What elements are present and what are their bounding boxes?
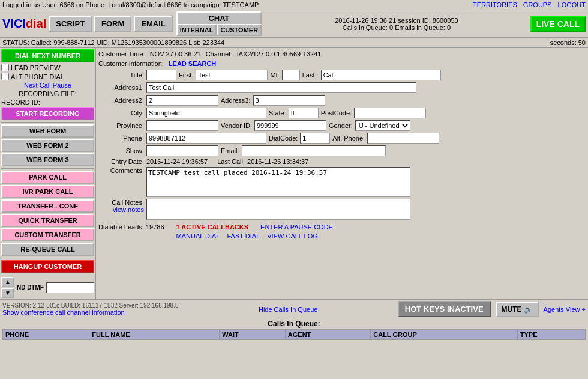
quick-transfer-button[interactable]: QUICK TRANSFER	[1, 214, 94, 227]
view-call-log-link[interactable]: VIEW CALL LOG	[267, 232, 318, 240]
phone-input[interactable]	[146, 133, 266, 144]
address2-input[interactable]	[146, 95, 218, 106]
title-input[interactable]	[146, 70, 176, 80]
alt-phone-field-label: Alt. Phone:	[332, 135, 365, 142]
seconds-display: seconds: 50	[550, 39, 586, 46]
col-wait: WAIT	[220, 330, 285, 340]
hangup-button[interactable]: HANGUP CUSTOMER	[1, 260, 94, 273]
web-form3-button[interactable]: WEB FORM 3	[1, 153, 94, 166]
phone-label: Phone:	[98, 135, 146, 142]
address1-row: Address1:	[98, 82, 586, 93]
phone-row: Phone: DialCode: Alt. Phone:	[98, 133, 586, 144]
bottom-row: VERSION: 2.12-501c BUILD: 161117-1532 Se…	[2, 301, 586, 317]
mute-label: MUTE	[502, 305, 522, 314]
address1-input[interactable]	[146, 82, 416, 93]
next-call-pause-link[interactable]: Next Call Pause	[1, 82, 94, 89]
lead-preview-label: LEAD PREVIEW	[11, 64, 61, 71]
lead-preview-checkbox[interactable]	[1, 64, 9, 71]
city-input[interactable]	[146, 108, 266, 118]
postcode-label: PostCode:	[321, 109, 352, 117]
channel-value: IAX2/127.0.0.1:40569-13241	[237, 50, 322, 58]
top-bar: Logged in as User: 6666 on Phone: Local/…	[0, 0, 588, 10]
queue-headers: PHONE FULL NAME WAIT AGENT CALL GROUP TY…	[3, 330, 586, 340]
col-call-group: CALL GROUP	[371, 330, 518, 340]
hide-calls-link[interactable]: Hide Calls In Queue	[259, 306, 317, 313]
manual-dial-link[interactable]: MANUAL DIAL	[176, 232, 220, 240]
address3-input[interactable]	[253, 95, 325, 106]
col-type: TYPE	[517, 330, 585, 340]
customer-time-value: NOV 27 00:36:21	[150, 50, 201, 58]
comments-textarea[interactable]: TESTCAMP test call placed 2016-11-24 19:…	[146, 167, 410, 197]
last-call-value: 2016-11-26 13:34:37	[247, 158, 308, 165]
lead-search-link[interactable]: LEAD SEARCH	[169, 60, 216, 67]
script-button[interactable]: SCRIPT	[49, 16, 92, 32]
bottom-right: HOT KEYS INACTIVE MUTE 🔈 Agents View +	[398, 301, 586, 317]
call-notes-row: Call Notes: view notes	[98, 199, 586, 220]
view-notes-link[interactable]: view notes	[113, 206, 144, 213]
chat-customer-button[interactable]: CUSTOMER	[217, 24, 262, 36]
hot-keys-button[interactable]: HOT KEYS INACTIVE	[398, 301, 491, 317]
status-text: STATUS: Called: 999-888-7112 UID: M12619…	[2, 39, 224, 46]
show-input[interactable]	[146, 145, 218, 156]
web-form2-button[interactable]: WEB FORM 2	[1, 139, 94, 152]
gender-select[interactable]: U - Undefined M - Male F - Female	[355, 120, 410, 131]
email-input[interactable]	[242, 145, 386, 156]
conf-info-link[interactable]: Show conference call channel information	[2, 309, 125, 316]
sidebar: DIAL NEXT NUMBER LEAD PREVIEW ALT PHONE …	[0, 48, 96, 299]
transfer-conf-button[interactable]: TRANSFER - CONF	[1, 199, 94, 213]
form-button[interactable]: FORM	[94, 16, 131, 32]
groups-link[interactable]: GROUPS	[523, 1, 552, 8]
actions-area: Dialable Leads: 19786 1 ACTIVE CALLBACKS…	[98, 223, 586, 240]
pause-code-link[interactable]: ENTER A PAUSE CODE	[260, 223, 333, 231]
dial-next-button[interactable]: DIAL NEXT NUMBER	[1, 49, 94, 62]
gender-label: Gender:	[329, 122, 353, 129]
chat-nav-group: CHAT INTERNAL CUSTOMER	[176, 11, 262, 36]
dtmf-arrow-down[interactable]: ▼	[1, 288, 14, 298]
postcode-input[interactable]	[354, 108, 426, 118]
dialable-label: Dialable Leads:	[98, 223, 144, 231]
web-form-button[interactable]: WEB FORM	[1, 124, 94, 138]
province-label: Province:	[98, 122, 146, 129]
alt-phone-checkbox[interactable]	[1, 73, 9, 80]
customer-time-label: Customer Time:	[98, 50, 145, 58]
first-input[interactable]	[196, 70, 268, 80]
chat-internal-button[interactable]: INTERNAL	[176, 24, 217, 36]
fast-dial-link[interactable]: FAST DIAL	[227, 232, 260, 240]
start-recording-button[interactable]: START RECORDING	[1, 107, 94, 120]
dtmf-arrow-up[interactable]: ▲	[1, 277, 14, 287]
logout-link[interactable]: LOGOUT	[558, 1, 586, 8]
custom-transfer-button[interactable]: CUSTOM TRANSFER	[1, 228, 94, 241]
mi-input[interactable]	[282, 70, 300, 80]
address2-row: Address2: Address3:	[98, 95, 586, 106]
mute-button[interactable]: MUTE 🔈	[496, 302, 539, 317]
callback-row: 1 ACTIVE CALLBACKS ENTER A PAUSE CODE	[176, 223, 333, 231]
alt-phone-input[interactable]	[367, 133, 439, 144]
province-input[interactable]	[146, 120, 218, 131]
dtmf-input[interactable]	[46, 282, 94, 293]
chat-button[interactable]: CHAT	[176, 11, 262, 24]
alt-phone-row: ALT PHONE DIAL	[1, 73, 94, 80]
callbacks-link[interactable]: 1 ACTIVE CALLBACKS	[176, 223, 249, 231]
park-call-button[interactable]: PARK CALL	[1, 171, 94, 184]
entry-date-label: Entry Date:	[98, 158, 146, 165]
dates-row: Entry Date: 2016-11-24 19:36:57 Last Cal…	[98, 158, 586, 165]
agents-view-link[interactable]: Agents View +	[544, 306, 586, 313]
top-nav: TERRITORIES GROUPS LOGOUT	[473, 1, 586, 8]
address2-label: Address2:	[98, 97, 146, 104]
last-input[interactable]	[321, 70, 441, 80]
channel-label: Channel:	[206, 50, 232, 58]
email-button[interactable]: EMAIL	[134, 16, 172, 32]
state-input[interactable]	[289, 108, 319, 118]
requeue-button[interactable]: RE-QUEUE CALL	[1, 243, 94, 256]
city-label: City:	[98, 109, 146, 117]
queue-info: Calls in Queue: 0 Emails in Queue: 0	[335, 24, 458, 31]
lead-preview-row: LEAD PREVIEW	[1, 64, 94, 71]
ivr-park-button[interactable]: IVR PARK CALL	[1, 185, 94, 198]
address1-label: Address1:	[98, 84, 146, 91]
territories-link[interactable]: TERRITORIES	[473, 1, 517, 8]
comments-label: Comments:	[98, 167, 146, 174]
vendor-id-input[interactable]	[254, 120, 326, 131]
vendor-id-label: Vendor ID:	[221, 122, 252, 129]
dialcode-input[interactable]	[300, 133, 330, 144]
call-notes-textarea[interactable]	[146, 199, 410, 220]
